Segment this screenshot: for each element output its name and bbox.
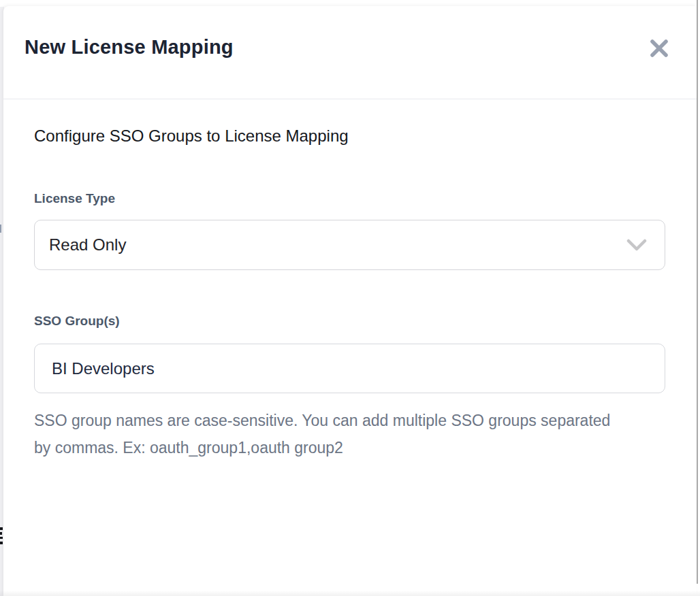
license-type-selected-value: Read Only xyxy=(49,235,626,254)
close-button[interactable] xyxy=(645,34,673,63)
modal-bottom-edge xyxy=(0,591,700,596)
license-type-select[interactable]: Read Only xyxy=(34,220,665,270)
modal-subtitle: Configure SSO Groups to License Mapping xyxy=(34,127,349,146)
sso-groups-input[interactable] xyxy=(34,344,665,393)
new-license-mapping-modal: New License Mapping Configure SSO Groups… xyxy=(3,6,697,596)
page-content-fragment xyxy=(0,532,2,535)
modal-right-edge xyxy=(697,0,698,584)
sso-groups-label: SSO Group(s) xyxy=(34,314,120,329)
page-content-fragment xyxy=(0,225,1,233)
license-type-label: License Type xyxy=(34,191,115,206)
modal-header: New License Mapping xyxy=(3,6,697,99)
page-content-fragment xyxy=(0,542,3,544)
header-divider xyxy=(3,99,697,99)
sso-groups-help-text: SSO group names are case-sensitive. You … xyxy=(34,407,613,461)
modal-title: New License Mapping xyxy=(25,36,234,59)
close-icon xyxy=(649,38,669,59)
page-content-fragment xyxy=(0,527,3,530)
page-content-fragment xyxy=(0,537,3,539)
chevron-down-icon xyxy=(626,239,647,252)
